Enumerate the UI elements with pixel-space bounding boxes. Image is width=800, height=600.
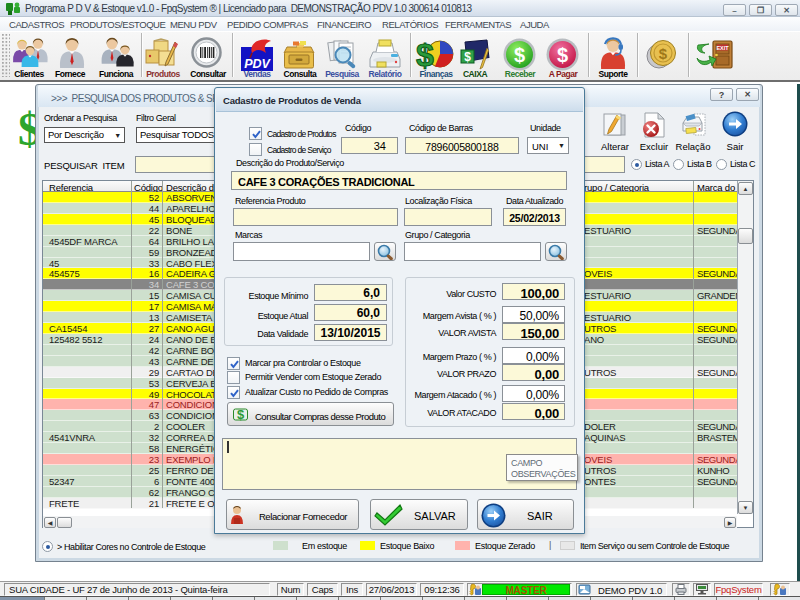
- svg-text:$: $: [416, 37, 434, 72]
- svg-text:$: $: [659, 45, 668, 62]
- svg-text:$: $: [514, 44, 525, 66]
- svg-text:$: $: [557, 44, 568, 66]
- svg-text:$: $: [464, 50, 471, 64]
- svg-text:$: $: [237, 407, 245, 422]
- svg-text:EXIT: EXIT: [716, 45, 729, 51]
